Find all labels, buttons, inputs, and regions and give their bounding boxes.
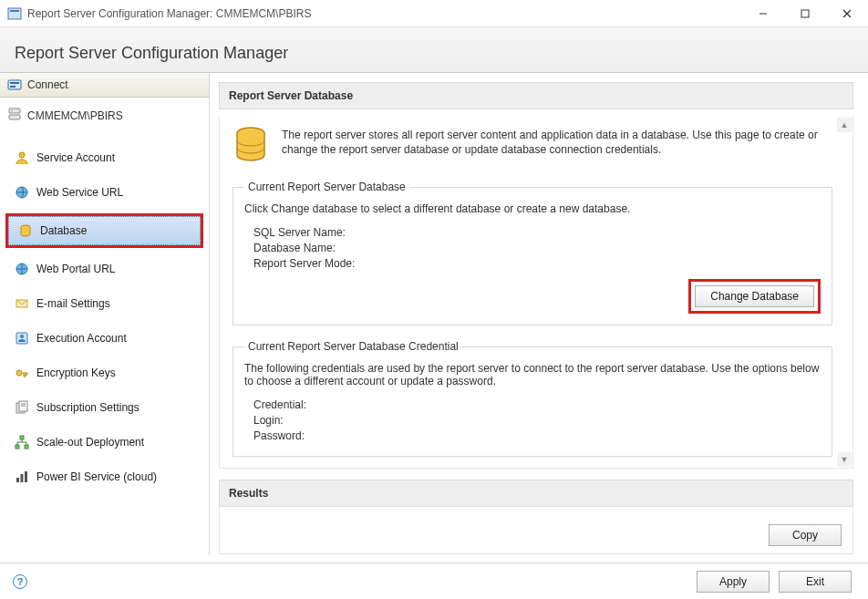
svg-rect-24 [20,436,24,439]
svg-rect-10 [9,115,20,119]
credential-label: Credential: [253,398,390,411]
connect-button[interactable]: Connect [0,73,209,98]
copy-button[interactable]: Copy [769,524,842,546]
sidebar-item-database[interactable]: Database [8,216,201,245]
globe-icon [15,262,29,276]
credential-group: Current Report Server Database Credentia… [232,340,832,457]
sidebar-item-label: Power BI Service (cloud) [36,470,157,483]
svg-rect-0 [8,8,21,19]
sidebar-item-label: Encryption Keys [36,367,116,379]
svg-rect-28 [21,474,24,482]
change-database-button[interactable]: Change Database [695,285,814,307]
minimize-button[interactable] [742,0,784,27]
key-icon [15,366,29,380]
sidebar-item-label: Service Account [36,151,115,164]
connect-icon [7,77,22,92]
sql-server-name-label: SQL Server Name: [253,226,390,239]
titlebar: Report Server Configuration Manager: CMM… [0,0,868,27]
sidebar-item-email-settings[interactable]: E-mail Settings [5,290,203,317]
highlight-database: Database [5,213,203,248]
server-name: CMMEMCM\PBIRS [0,98,209,137]
mail-icon [15,296,29,311]
svg-rect-29 [25,471,27,482]
svg-rect-3 [801,10,809,17]
results-title: Results [219,480,853,507]
credential-desc: The following credentials are used by th… [244,362,821,387]
svg-rect-27 [16,478,19,482]
sidebar-item-label: Scale-out Deployment [36,436,144,449]
svg-rect-26 [25,445,28,449]
svg-point-12 [19,152,25,158]
svg-point-19 [16,370,22,376]
database-icon [18,223,33,238]
account-icon [15,331,29,346]
exit-button[interactable]: Exit [779,571,852,593]
svg-rect-9 [9,108,20,113]
sidebar-item-label: Subscription Settings [36,401,140,414]
window-controls [742,0,868,27]
svg-rect-6 [8,80,21,89]
maximize-button[interactable] [784,0,826,27]
sidebar: Connect CMMEMCM\PBIRS Service Account [0,73,210,555]
sidebar-item-web-service-url[interactable]: Web Service URL [5,179,203,206]
scroll-up-button[interactable]: ▲ [837,118,852,132]
password-label: Password: [253,429,390,442]
apply-button[interactable]: Apply [697,571,770,593]
report-server-mode-label: Report Server Mode: [253,257,390,270]
server-icon [7,107,22,124]
current-database-legend: Current Report Server Database [244,181,409,193]
network-icon [15,435,29,449]
sidebar-item-subscription-settings[interactable]: Subscription Settings [5,394,203,421]
close-button[interactable] [826,0,868,27]
svg-rect-7 [10,82,19,84]
database-settings-area: ▲ ▼ The report server stores all report … [219,117,853,469]
sidebar-item-label: E-mail Settings [36,297,110,310]
highlight-change-database: Change Database [688,279,821,314]
sidebar-item-label: Database [40,224,87,237]
globe-link-icon [15,185,29,200]
page-title: Report Server Configuration Manager [15,44,853,63]
header: Report Server Configuration Manager [0,27,868,73]
intro-text: The report server stores all report serv… [282,126,832,157]
sidebar-item-web-portal-url[interactable]: Web Portal URL [5,255,203,283]
svg-point-11 [11,110,13,112]
current-database-desc: Click Change database to select a differ… [244,202,821,215]
svg-rect-8 [10,86,16,88]
sidebar-item-label: Execution Account [36,332,127,345]
results-panel: Results Copy [219,480,853,554]
sidebar-item-scale-out[interactable]: Scale-out Deployment [5,429,203,456]
footer: ? Apply Exit [0,563,868,599]
window-title: Report Server Configuration Manager: CMM… [27,7,311,20]
sidebar-item-encryption-keys[interactable]: Encryption Keys [5,359,203,387]
database-name-label: Database Name: [253,242,390,254]
sidebar-item-label: Web Service URL [36,186,123,199]
connect-label: Connect [27,78,68,91]
results-body: Copy [219,507,853,554]
app-icon [7,6,22,21]
subscription-icon [15,400,29,415]
sidebar-item-service-account[interactable]: Service Account [5,144,203,171]
credential-legend: Current Report Server Database Credentia… [244,340,462,353]
panel-title: Report Server Database [219,82,853,109]
scroll-down-button[interactable]: ▼ [837,452,852,467]
sidebar-item-label: Web Portal URL [36,263,115,275]
help-icon[interactable]: ? [13,574,27,589]
svg-rect-25 [16,445,19,449]
current-database-group: Current Report Server Database Click Cha… [232,181,832,325]
svg-rect-1 [10,10,19,12]
database-large-icon [232,126,269,164]
chart-icon [15,470,29,484]
user-icon [15,150,29,165]
sidebar-item-powerbi[interactable]: Power BI Service (cloud) [5,463,203,491]
login-label: Login: [253,414,390,427]
content-pane: Report Server Database ▲ ▼ The report se… [210,73,868,555]
sidebar-item-execution-account[interactable]: Execution Account [5,325,203,352]
svg-point-18 [20,335,24,338]
